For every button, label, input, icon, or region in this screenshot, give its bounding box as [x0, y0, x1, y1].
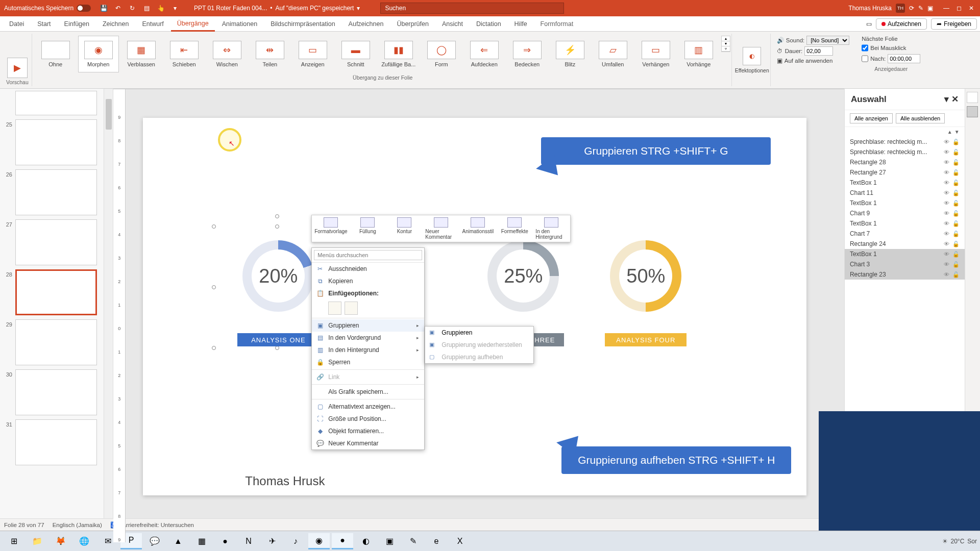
tab-animationen[interactable]: Animationen — [216, 17, 264, 31]
donut-chart-4[interactable]: 50% — [610, 240, 681, 312]
slide-28[interactable]: ↖ Gruppieren STRG +SHIFT+ G Gruppierung … — [143, 118, 806, 495]
move-up-icon[interactable]: ▲ — [947, 129, 952, 135]
rotate-handle-icon[interactable] — [275, 214, 279, 218]
sound-select[interactable]: [No Sound] — [806, 36, 849, 45]
handle-icon[interactable] — [275, 346, 279, 350]
tab-entwurf[interactable]: Entwurf — [136, 17, 169, 31]
ctx-group[interactable]: ▣Gruppieren▸ — [312, 319, 424, 332]
selection-item[interactable]: Sprechblase: rechteckig m...👁🔓 — [845, 147, 965, 157]
mini-outline[interactable]: Kontur — [388, 217, 420, 240]
donut-label-4[interactable]: ANALYSIS FOUR — [605, 333, 687, 346]
ctx-cut[interactable]: ✂Ausschneiden — [312, 263, 424, 275]
canvas[interactable]: ↖ Gruppieren STRG +SHIFT+ G Gruppierung … — [126, 89, 844, 542]
thumb-28[interactable] — [15, 269, 97, 315]
visibility-icon[interactable]: 👁 — [944, 139, 949, 145]
toggle-icon[interactable] — [77, 5, 91, 12]
transition-schieben[interactable]: ⇤Schieben — [164, 36, 205, 72]
after-input[interactable] — [888, 54, 920, 63]
thumb-29[interactable] — [15, 319, 97, 365]
selection-item[interactable]: Rectangle 23👁🔓 — [845, 269, 965, 280]
draw-icon[interactable]: ✎ — [918, 5, 923, 12]
handle-icon[interactable] — [275, 224, 279, 229]
ctx-lock[interactable]: 🔒Sperren — [312, 356, 424, 368]
dropdown-icon[interactable]: ▾ — [944, 94, 949, 104]
paste-option-2[interactable] — [345, 302, 358, 315]
undo-icon[interactable]: ↶ — [113, 4, 122, 13]
callout-group[interactable]: Gruppieren STRG +SHIFT+ G — [541, 137, 771, 165]
tab-einfuegen[interactable]: Einfügen — [58, 17, 95, 31]
tab-formformat[interactable]: Formformat — [534, 17, 580, 31]
transition-wischen[interactable]: ⇔Wischen — [207, 36, 248, 72]
selection-item[interactable]: Chart 3👁🔓 — [845, 259, 965, 269]
on-click-checkbox[interactable] — [862, 43, 868, 53]
search-input[interactable] — [380, 3, 564, 14]
transition-verhaengen[interactable]: ▭Verhängen — [635, 36, 676, 72]
lock-icon[interactable]: 🔓 — [952, 159, 960, 166]
lock-icon[interactable]: 🔓 — [952, 180, 960, 186]
show-all-button[interactable]: Alle anzeigen — [850, 113, 893, 123]
visibility-icon[interactable]: 👁 — [944, 231, 949, 237]
visibility-icon[interactable]: 👁 — [944, 261, 949, 268]
slide-counter[interactable]: Folie 28 von 77 — [4, 522, 44, 528]
sub-group[interactable]: ▣Gruppieren — [425, 327, 533, 339]
close-icon[interactable]: ✕ — [969, 5, 974, 12]
user-account[interactable]: Thomas Hruska TH ⟳ ✎ ▣ — [844, 4, 937, 13]
tab-start[interactable]: Start — [31, 17, 57, 31]
collapse-ribbon-icon[interactable]: ▭ — [866, 20, 872, 28]
lock-icon[interactable]: 🔓 — [952, 241, 960, 247]
start-button[interactable]: ⊞ — [3, 533, 24, 549]
selection-item[interactable]: TextBox 1👁🔓 — [845, 249, 965, 259]
selection-item[interactable]: TextBox 1👁🔓 — [845, 218, 965, 229]
thumb-31[interactable] — [15, 419, 97, 465]
callout-ungroup[interactable]: Gruppierung aufheben STRG +SHIFT+ H — [561, 446, 791, 474]
selection-item[interactable]: Chart 9👁🔓 — [845, 208, 965, 218]
weather-widget[interactable]: ☀20°CSor — [942, 538, 977, 545]
transition-form[interactable]: ◯Form — [421, 36, 462, 72]
tab-ansicht[interactable]: Ansicht — [436, 17, 469, 31]
ctx-size-pos[interactable]: ⛶Größe und Position... — [312, 413, 424, 425]
close-pane-icon[interactable]: ✕ — [951, 94, 959, 104]
lock-icon[interactable]: 🔓 — [952, 139, 960, 145]
thumb-26[interactable] — [15, 169, 97, 215]
transition-schnitt[interactable]: ▬Schnitt — [335, 36, 376, 72]
paste-option-1[interactable] — [328, 302, 341, 315]
present-icon[interactable]: ▤ — [142, 4, 151, 13]
apply-all-button[interactable]: Auf alle anwenden — [785, 58, 833, 64]
lock-icon[interactable]: 🔓 — [952, 200, 960, 207]
window-icon[interactable]: ▣ — [927, 5, 933, 12]
handle-icon[interactable] — [212, 224, 216, 229]
effect-options[interactable]: ◐ Effektoptionen — [734, 34, 771, 86]
donut-label-1[interactable]: ANALYSIS ONE — [237, 333, 319, 346]
slide-thumbnails[interactable]: 25 26 27 28 29 30 31 — [0, 89, 113, 518]
thumb-25[interactable] — [15, 119, 97, 165]
transition-teilen[interactable]: ⇹Teilen — [250, 36, 290, 72]
visibility-icon[interactable]: 👁 — [944, 190, 949, 196]
ctx-save-graphic[interactable]: Als Grafik speichern... — [312, 386, 424, 398]
lock-icon[interactable]: 🔓 — [952, 271, 960, 278]
ctx-copy[interactable]: ⧉Kopieren — [312, 275, 424, 287]
thumb-30[interactable] — [15, 369, 97, 415]
visibility-icon[interactable]: 👁 — [944, 251, 949, 258]
maximize-icon[interactable]: ◻ — [957, 5, 962, 12]
tab-hilfe[interactable]: Hilfe — [508, 17, 533, 31]
visibility-icon[interactable]: 👁 — [944, 241, 949, 247]
tab-ueberpruefen[interactable]: Überprüfen — [390, 17, 435, 31]
visibility-icon[interactable]: 👁 — [944, 220, 949, 227]
tab-praesentation[interactable]: Bildschirmpräsentation — [264, 17, 341, 31]
lock-icon[interactable]: 🔓 — [952, 190, 960, 196]
firefox-icon[interactable]: 🦊 — [50, 533, 71, 549]
visibility-icon[interactable]: 👁 — [944, 271, 949, 278]
menu-search-input[interactable] — [314, 250, 422, 260]
tab-uebergaenge[interactable]: Übergänge — [171, 17, 215, 32]
selection-item[interactable]: Chart 11👁🔓 — [845, 188, 965, 198]
language-status[interactable]: Englisch (Jamaika) — [53, 522, 102, 528]
document-title[interactable]: PPT 01 Roter Faden 004... • Auf "diesem … — [184, 5, 370, 12]
move-down-icon[interactable]: ▼ — [954, 129, 960, 135]
handle-icon[interactable] — [212, 346, 216, 350]
lock-icon[interactable]: 🔓 — [952, 261, 960, 268]
share-button[interactable]: ➦Freigeben — [931, 18, 977, 30]
autosave-toggle[interactable]: Automatisches Speichern — [0, 5, 95, 12]
selection-item[interactable]: Rectangle 24👁🔓 — [845, 239, 965, 249]
user-avatar[interactable]: TH — [896, 4, 905, 13]
lock-icon[interactable]: 🔓 — [952, 149, 960, 156]
